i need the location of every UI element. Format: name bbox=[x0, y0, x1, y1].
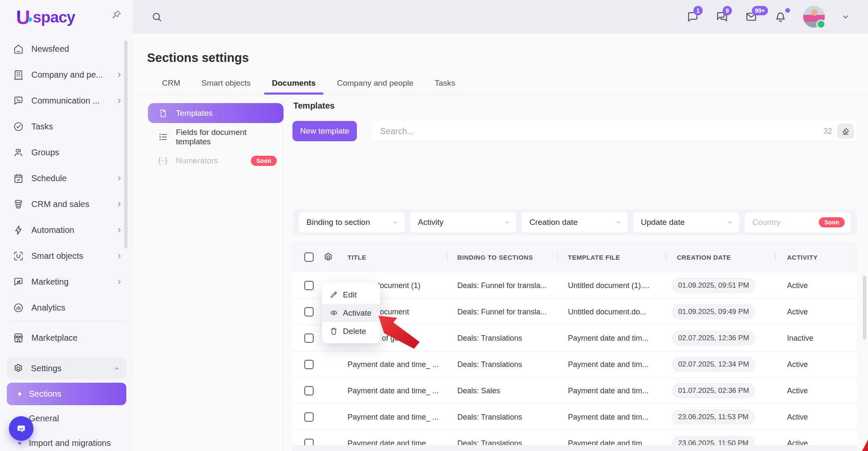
search-icon[interactable] bbox=[151, 11, 163, 23]
tab[interactable]: CRM bbox=[161, 78, 181, 94]
filter-dropdown[interactable]: Activity bbox=[410, 212, 516, 233]
sidebar-item[interactable]: Marketing bbox=[0, 269, 133, 295]
pin-sidebar-icon[interactable] bbox=[111, 9, 122, 20]
table-row[interactable]: Payment date and time_ ... Deals: Sales … bbox=[292, 378, 857, 404]
row-checkbox[interactable] bbox=[304, 360, 314, 369]
select-all-checkbox[interactable] bbox=[304, 252, 314, 262]
subnav-item-label: Numerators bbox=[176, 156, 218, 165]
settings-submenu-item[interactable]: Sections bbox=[7, 383, 126, 405]
filter-dropdown[interactable]: Update date bbox=[633, 212, 739, 233]
new-template-button[interactable]: New template bbox=[292, 121, 357, 141]
sidebar-item[interactable]: Company and pe... bbox=[0, 62, 133, 88]
page-title: Sections settings bbox=[147, 51, 249, 65]
row-checkbox[interactable] bbox=[304, 307, 314, 317]
bullet-icon bbox=[18, 442, 21, 445]
tab[interactable]: Smart objects bbox=[200, 78, 251, 94]
storefront-icon bbox=[13, 332, 24, 344]
table-row[interactable]: Payment date and time_ ... Deals: Transl… bbox=[292, 404, 857, 430]
subnav-item[interactable]: {··} Numerators Soon bbox=[148, 151, 284, 171]
table-row[interactable]: Payment date and time_ ... Deals: Transl… bbox=[292, 351, 857, 378]
sidebar-item-icon bbox=[13, 302, 24, 314]
chevron-right-icon bbox=[116, 175, 123, 182]
tab[interactable]: Documents bbox=[271, 78, 316, 94]
sidebar-item[interactable]: Analytics bbox=[0, 295, 133, 321]
tab-list: CRM Smart objects Documents Company and … bbox=[161, 78, 456, 94]
context-menu-item[interactable]: Activate bbox=[322, 304, 380, 322]
filter-dropdown[interactable]: Country Soon bbox=[745, 212, 851, 233]
sidebar-item-icon bbox=[13, 199, 24, 210]
context-menu-item-icon bbox=[329, 327, 338, 336]
sidebar-item-label: Analytics bbox=[31, 303, 65, 313]
chevron-down-icon bbox=[392, 219, 399, 226]
sidebar-item[interactable]: Schedule bbox=[0, 165, 133, 191]
subnav-item[interactable]: Templates bbox=[148, 103, 284, 123]
chevron-right-icon bbox=[116, 227, 123, 234]
filter-label: Update date bbox=[641, 218, 685, 227]
column-activity[interactable]: ACTIVITY bbox=[787, 254, 818, 261]
table-bottom-track bbox=[292, 445, 857, 451]
notifications-button[interactable] bbox=[774, 10, 787, 23]
uspacy-logo[interactable]: U spacy bbox=[16, 6, 75, 29]
content-scrollbar-thumb[interactable] bbox=[863, 276, 866, 339]
cell-creation-date: 23.06.2025, 11:53 PM bbox=[672, 409, 755, 425]
templates-table: TITLE BINDING TO SECTIONS TEMPLATE FILE … bbox=[292, 242, 857, 451]
column-file[interactable]: TEMPLATE FILE bbox=[568, 254, 620, 261]
table-settings-gear-icon[interactable] bbox=[323, 252, 334, 263]
sidebar-item-icon bbox=[13, 224, 24, 236]
logo-letter-u: U bbox=[16, 6, 30, 29]
filter-dropdown[interactable]: Creation date bbox=[522, 212, 628, 233]
sidebar-item[interactable]: CRM and sales bbox=[0, 191, 133, 217]
sidebar-item[interactable]: Communication ... bbox=[0, 88, 133, 114]
group-chat-button[interactable]: 9 bbox=[715, 10, 729, 23]
search-input[interactable] bbox=[379, 126, 823, 137]
subnav-item[interactable]: Fields for document templates bbox=[148, 127, 284, 147]
messenger-button[interactable]: 1 bbox=[686, 10, 699, 23]
filter-bar: Binding to section Activity Creation dat… bbox=[292, 210, 857, 235]
chevron-down-icon bbox=[504, 219, 510, 226]
cell-file: Untitled document.do... bbox=[568, 307, 646, 316]
sidebar-item[interactable]: Tasks bbox=[0, 114, 133, 140]
chevron-up-icon bbox=[113, 365, 120, 372]
sidebar-item[interactable]: Newsfeed bbox=[0, 36, 133, 62]
chevron-down-icon[interactable] bbox=[841, 12, 850, 22]
support-chat-fab[interactable] bbox=[9, 416, 33, 441]
column-binding[interactable]: BINDING TO SECTIONS bbox=[457, 254, 533, 261]
tab[interactable]: Company and people bbox=[336, 78, 415, 94]
sidebar-item[interactable]: Automation bbox=[0, 217, 133, 243]
context-menu-item[interactable]: Delete bbox=[322, 322, 380, 340]
filter-dropdown[interactable]: Binding to section bbox=[299, 212, 405, 233]
cell-creation-date: 02.07.2025, 12:34 PM bbox=[672, 357, 755, 372]
clear-search-button[interactable] bbox=[837, 123, 854, 139]
subnav-item-icon: {··} bbox=[158, 156, 168, 166]
row-checkbox[interactable] bbox=[304, 386, 314, 395]
column-separator bbox=[775, 253, 776, 261]
cell-binding: Deals: Translations bbox=[457, 333, 522, 342]
row-checkbox[interactable] bbox=[304, 412, 314, 422]
user-avatar[interactable] bbox=[803, 6, 825, 28]
cell-creation-date: 01.09.2025, 09:49 PM bbox=[672, 304, 755, 319]
mail-button[interactable]: 99+ bbox=[745, 10, 758, 23]
submenu-item-label: General bbox=[29, 414, 59, 423]
column-title[interactable]: TITLE bbox=[348, 254, 366, 261]
subnav-item-label: Templates bbox=[176, 109, 213, 118]
cell-activity: Active bbox=[787, 412, 808, 421]
context-menu-item[interactable]: Edit bbox=[322, 286, 380, 304]
sidebar-scrollbar-thumb[interactable] bbox=[124, 40, 128, 248]
sidebar-item-settings[interactable]: Settings bbox=[7, 357, 126, 379]
sidebar-item-icon bbox=[13, 121, 24, 132]
sidebar-item-label: Tasks bbox=[31, 122, 53, 132]
column-creation[interactable]: CREATION DATE bbox=[677, 254, 731, 261]
chevron-right-icon bbox=[116, 252, 123, 260]
main-content: Sections settings CRM Smart objects Docu… bbox=[133, 34, 868, 451]
sidebar-item-icon bbox=[13, 69, 24, 81]
cell-title: Payment date and time_ ... bbox=[348, 412, 439, 421]
sidebar-item-marketplace[interactable]: Marketplace bbox=[0, 325, 133, 351]
cell-activity: Active bbox=[787, 360, 808, 369]
tab[interactable]: Tasks bbox=[434, 78, 456, 94]
sidebar-item[interactable]: Smart objects bbox=[0, 243, 133, 269]
sidebar-item[interactable]: Groups bbox=[0, 140, 133, 165]
sidebar-item-icon bbox=[13, 173, 24, 184]
messenger-badge: 1 bbox=[693, 6, 703, 15]
row-checkbox[interactable] bbox=[304, 281, 314, 290]
row-checkbox[interactable] bbox=[304, 333, 314, 343]
